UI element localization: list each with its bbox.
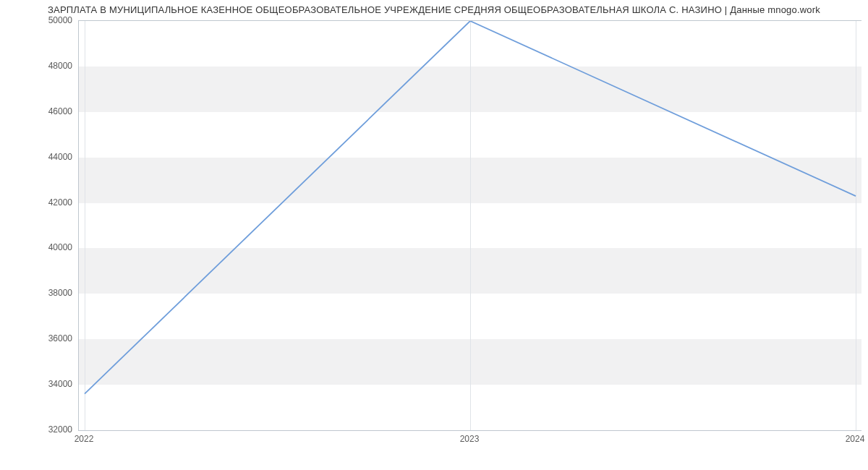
- salary-line-chart: ЗАРПЛАТА В МУНИЦИПАЛЬНОЕ КАЗЕННОЕ ОБЩЕОБ…: [0, 0, 868, 470]
- ytick-48000: 48000: [7, 61, 72, 71]
- xtick-2023: 2023: [460, 434, 480, 444]
- ytick-32000: 32000: [7, 424, 72, 435]
- xtick-2024: 2024: [846, 434, 865, 444]
- line-path: [85, 21, 856, 394]
- ytick-36000: 36000: [7, 333, 72, 343]
- ytick-34000: 34000: [7, 379, 72, 389]
- ytick-50000: 50000: [7, 15, 72, 25]
- ytick-40000: 40000: [7, 242, 72, 252]
- line-series: [79, 21, 861, 430]
- ytick-44000: 44000: [7, 152, 72, 162]
- plot-area: [78, 20, 861, 431]
- chart-title: ЗАРПЛАТА В МУНИЦИПАЛЬНОЕ КАЗЕННОЕ ОБЩЕОБ…: [0, 4, 868, 15]
- ytick-38000: 38000: [7, 288, 72, 298]
- xtick-2022: 2022: [75, 434, 94, 444]
- ytick-42000: 42000: [7, 197, 72, 208]
- ytick-46000: 46000: [7, 106, 72, 116]
